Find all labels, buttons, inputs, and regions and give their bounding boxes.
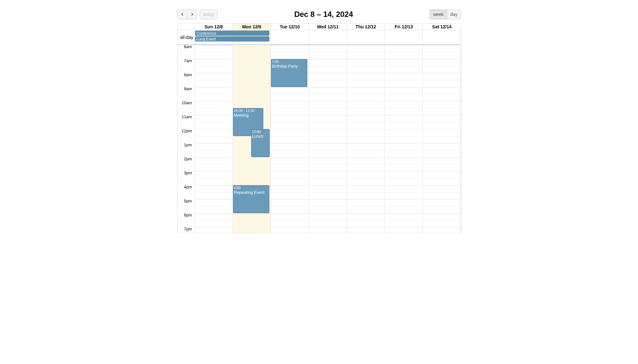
- all-day-cell[interactable]: [347, 30, 385, 43]
- toolbar: today Dec 8 – 14, 2024 week day: [177, 10, 461, 19]
- nav-button-group: [177, 10, 197, 19]
- time-label: 12pm: [182, 128, 192, 133]
- time-label: 11am: [182, 114, 192, 119]
- time-label: 10am: [182, 100, 192, 105]
- toolbar-left: today: [177, 10, 218, 19]
- time-label: 8am: [184, 72, 192, 77]
- calendar-app: today Dec 8 – 14, 2024 week day Sun 12/8…: [177, 10, 461, 233]
- time-label: 1pm: [184, 142, 192, 147]
- all-day-cell[interactable]: [385, 30, 423, 43]
- today-button[interactable]: today: [200, 10, 218, 19]
- event-time: 7:00: [272, 60, 306, 64]
- time-grid-cols[interactable]: 7:00Birthday Party10:30 - 12:30Meeting12…: [195, 45, 461, 233]
- time-grid-day[interactable]: [309, 45, 347, 233]
- all-day-cell[interactable]: [271, 30, 309, 43]
- day-header[interactable]: Thu 12/12: [347, 24, 385, 30]
- chevron-left-icon: [181, 12, 184, 15]
- prev-button[interactable]: [177, 10, 187, 19]
- day-header[interactable]: Sun 12/8: [195, 24, 233, 30]
- calendar-event[interactable]: 12:00Lunch: [251, 129, 270, 157]
- event-title: Repeating Event: [234, 190, 268, 195]
- day-view-button[interactable]: day: [447, 10, 461, 19]
- event-title: Birthday Party: [272, 64, 306, 69]
- event-title: Lunch: [252, 134, 269, 139]
- calendar-grid: Sun 12/8Mon 12/9Tue 12/10Wed 12/11Thu 12…: [177, 23, 461, 233]
- time-grid-day[interactable]: [347, 45, 385, 233]
- event-time: 12:00: [252, 130, 269, 134]
- day-header[interactable]: Sat 12/14: [423, 24, 461, 30]
- day-header[interactable]: Fri 12/13: [385, 24, 423, 30]
- time-grid-day[interactable]: [423, 45, 461, 233]
- event-title: Meeting: [234, 113, 262, 118]
- event-time: 4:00: [234, 186, 268, 190]
- time-grid-day[interactable]: [385, 45, 423, 233]
- day-header-cols: Sun 12/8Mon 12/9Tue 12/10Wed 12/11Thu 12…: [195, 24, 461, 30]
- axis-spacer: [177, 24, 195, 30]
- all-day-row: all-day ConferenceLong Event: [177, 30, 461, 45]
- day-header-row: Sun 12/8Mon 12/9Tue 12/10Wed 12/11Thu 12…: [177, 24, 461, 30]
- time-label: 6am: [184, 45, 192, 49]
- time-label: 3pm: [184, 171, 192, 175]
- day-header[interactable]: Mon 12/9: [233, 24, 271, 30]
- time-grid-day[interactable]: [195, 45, 233, 233]
- all-day-event[interactable]: Long Event: [195, 36, 270, 41]
- calendar-event[interactable]: 4:00Repeating Event: [233, 185, 269, 213]
- next-button[interactable]: [187, 10, 197, 19]
- chevron-right-icon: [191, 12, 194, 15]
- day-header[interactable]: Tue 12/10: [271, 24, 309, 30]
- time-grid: 6am7am8am9am10am11am12pm1pm2pm3pm4pm5pm6…: [177, 45, 461, 233]
- calendar-event[interactable]: 7:00Birthday Party: [271, 59, 307, 87]
- all-day-cell[interactable]: [309, 30, 347, 43]
- week-view-button[interactable]: week: [430, 10, 447, 19]
- all-day-label: all-day: [177, 30, 195, 44]
- time-label: 2pm: [184, 157, 192, 161]
- time-axis: 6am7am8am9am10am11am12pm1pm2pm3pm4pm5pm6…: [177, 45, 195, 233]
- time-label: 4pm: [184, 185, 192, 189]
- time-label: 5pm: [184, 199, 192, 203]
- day-header[interactable]: Wed 12/11: [309, 24, 347, 30]
- date-range-title: Dec 8 – 14, 2024: [218, 10, 430, 19]
- time-label: 7am: [184, 58, 192, 63]
- all-day-area[interactable]: ConferenceLong Event: [195, 30, 461, 44]
- all-day-event[interactable]: Conference: [195, 31, 270, 36]
- time-label: 6pm: [184, 213, 192, 217]
- event-time: 10:30 - 12:30: [234, 109, 262, 113]
- all-day-cell[interactable]: [423, 30, 461, 43]
- time-label: 7pm: [184, 227, 192, 231]
- time-label: 9am: [184, 86, 192, 91]
- view-switcher: week day: [430, 10, 461, 19]
